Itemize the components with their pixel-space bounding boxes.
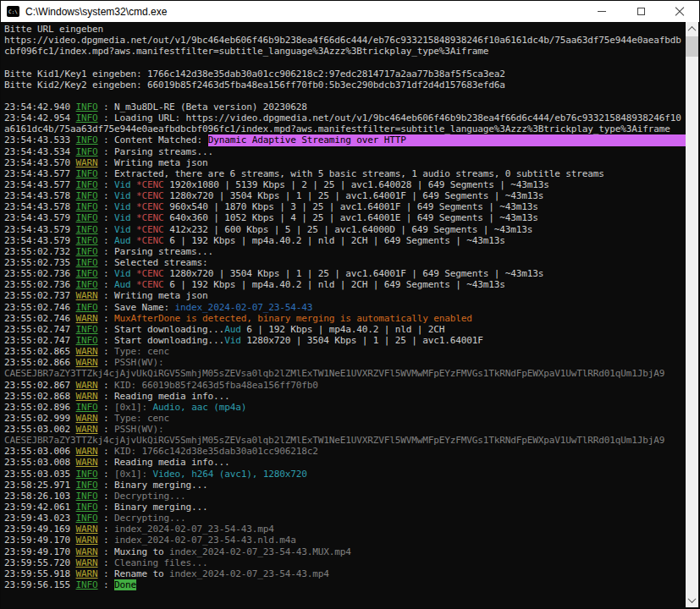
log-line: 23:54:43.533 INFO : Content Matched: Dyn…: [4, 134, 686, 145]
log-segment: : Start downloading...: [98, 324, 225, 335]
log-line: 23:59:49.170 WARN : Muxing to index_2024…: [4, 546, 686, 557]
log-segment: Aud: [114, 279, 131, 290]
log-segment: INFO: [76, 112, 98, 123]
log-segment: : Selected streams:: [98, 257, 208, 268]
log-segment: 23:55:02.736: [4, 279, 76, 290]
log-segment: INFO: [76, 502, 98, 513]
log-line: 23:55:02.868 WARN : Reading media info..…: [4, 391, 686, 402]
log-segment: :: [98, 212, 115, 223]
log-segment: 23:58:26.103: [4, 491, 76, 502]
log-segment: : N_m3u8DL-RE (Beta version) 20230628: [98, 102, 307, 112]
log-segment: :: [98, 557, 115, 568]
maximize-button[interactable]: [621, 1, 660, 22]
log-segment: INFO: [76, 335, 98, 346]
log-segment: INFO: [76, 179, 98, 190]
log-segment: *CENC: [136, 235, 164, 246]
log-segment: :: [98, 190, 115, 201]
close-button[interactable]: [660, 1, 699, 22]
log-segment: :: [98, 535, 115, 546]
log-line: 23:59:55.918 WARN : Rename to index_2024…: [4, 568, 686, 579]
scroll-down-button[interactable]: [686, 593, 698, 607]
log-segment: :: [98, 413, 115, 424]
log-segment: 6 | 192 Kbps | mp4a.40.2 | nld | 2CH | 6…: [164, 235, 505, 246]
log-segment: Vid: [224, 335, 241, 346]
log-line: 23:54:43.577 INFO : Vid *CENC 1920x1080 …: [4, 179, 686, 190]
log-segment: Vid: [114, 212, 131, 223]
log-segment: 412x232 | 600 Kbps | 5 | 25 | avc1.64000…: [164, 224, 533, 235]
log-segment: Bitte URL eingeben: [4, 24, 103, 35]
log-segment: Type: cenc: [114, 413, 169, 424]
log-segment: Decrypting...: [114, 491, 186, 502]
log-segment: 23:55:02.746: [4, 302, 76, 313]
log-segment: 23:55:03.035: [4, 469, 76, 480]
log-segment: :: [98, 201, 115, 212]
log-segment: Bitte Kid2/Key2 eingeben: 66019b85f2463d…: [4, 80, 505, 91]
log-segment: INFO: [76, 491, 98, 502]
minimize-button[interactable]: [582, 1, 621, 22]
log-segment: 23:59:55.720: [4, 557, 76, 568]
log-segment: 23:55:02.865: [4, 346, 76, 357]
scrollbar[interactable]: [686, 22, 698, 607]
log-line: 23:59:42.061 INFO : Binary merging...: [4, 502, 686, 513]
log-segment: : Binary merging...: [98, 480, 208, 491]
log-segment: : Loading URL: https://video.dpgmedia.ne…: [98, 112, 681, 123]
log-segment: Cleaning files...: [114, 557, 208, 568]
log-line: 23:55:02.866 WARN : PSSH(WV):: [4, 357, 686, 368]
log-segment: WARN: [76, 290, 98, 301]
log-line: 23:55:03.008 WARN : Reading media info..…: [4, 457, 686, 468]
log-segment: Vid: [114, 224, 131, 235]
log-segment: 23:54:43.578: [4, 201, 76, 212]
log-segment: WARN: [76, 413, 98, 424]
log-line: [4, 91, 686, 102]
log-line: 23:55:02.737 WARN : Writing meta json: [4, 290, 686, 301]
log-segment: : Save Name:: [98, 302, 175, 313]
log-line: 23:59:55.720 WARN : Cleaning files...: [4, 557, 686, 568]
log-segment: 23:55:02.737: [4, 290, 76, 301]
log-segment: INFO: [76, 268, 98, 279]
log-segment: : Reading media info...: [98, 457, 230, 468]
scroll-up-button[interactable]: [686, 22, 698, 36]
log-segment: 23:58:25.971: [4, 480, 76, 491]
log-segment: INFO: [76, 579, 98, 590]
log-segment: :: [98, 469, 115, 480]
log-line: 23:54:43.579 INFO : Aud *CENC 6 | 192 Kb…: [4, 235, 686, 246]
log-segment: : Parsing streams...: [98, 246, 214, 257]
window-title: C:\Windows\system32\cmd.exe: [25, 6, 582, 18]
log-segment: 23:54:43.579: [4, 235, 76, 246]
cmd-app-icon[interactable]: C:\: [7, 6, 19, 17]
log-segment: WARN: [76, 446, 98, 457]
window-controls: [582, 1, 699, 22]
log-line: 23:54:43.579 INFO : Vid *CENC 640x360 | …: [4, 212, 686, 223]
log-line: 23:54:43.578 INFO : Vid *CENC 1280x720 |…: [4, 190, 686, 201]
log-segment: INFO: [76, 201, 98, 212]
log-segment: Vid: [114, 179, 131, 190]
log-segment: 6 | 192 Kbps | mp4a.40.2 | nld | 2CH: [241, 324, 445, 335]
log-line: 23:59:43.023 INFO : Decrypting...: [4, 513, 686, 524]
log-line: 23:55:02.746 INFO : Save Name: index_202…: [4, 302, 686, 313]
terminal[interactable]: Bitte URL eingebenhttps://video.dpgmedia…: [2, 22, 698, 607]
log-segment: *CENC: [136, 179, 164, 190]
log-segment: Decrypting...: [114, 513, 186, 524]
log-line: 23:58:26.103 INFO : Decrypting...: [4, 491, 686, 502]
log-segment: : Extracted, there are 6 streams, with 5…: [98, 168, 604, 179]
scrollbar-thumb[interactable]: [686, 36, 698, 57]
log-segment: : Muxing to: [98, 546, 170, 557]
log-segment: 23:55:02.746: [4, 313, 76, 324]
log-segment: 23:55:02.868: [4, 391, 76, 402]
title-bar: C:\ C:\Windows\system32\cmd.exe: [1, 1, 699, 22]
log-segment: 23:55:02.999: [4, 413, 76, 424]
log-segment: :: [98, 491, 115, 502]
log-segment: : Start downloading...: [98, 335, 225, 346]
log-segment: :: [98, 346, 115, 357]
log-segment: index_2024-02-07_23-54-43.mp4: [114, 524, 274, 535]
log-line: 23:55:02.896 INFO : [0x1]: Audio, aac (m…: [4, 402, 686, 413]
log-segment: WARN: [76, 424, 98, 435]
log-segment: 23:59:43.023: [4, 513, 76, 524]
log-segment: 23:55:02.867: [4, 380, 76, 391]
log-segment: INFO: [76, 257, 98, 268]
log-line: CAESEJBR7aZY3TTZkj4cjAjvUkQiRGV5SmhjM05s…: [4, 368, 686, 379]
log-segment: : Writing meta json: [98, 157, 208, 168]
log-segment: 960x540 | 1870 Kbps | 3 | 25 | avc1.6400…: [164, 201, 538, 212]
log-segment: INFO: [76, 246, 98, 257]
log-segment: 23:59:49.170: [4, 535, 76, 546]
